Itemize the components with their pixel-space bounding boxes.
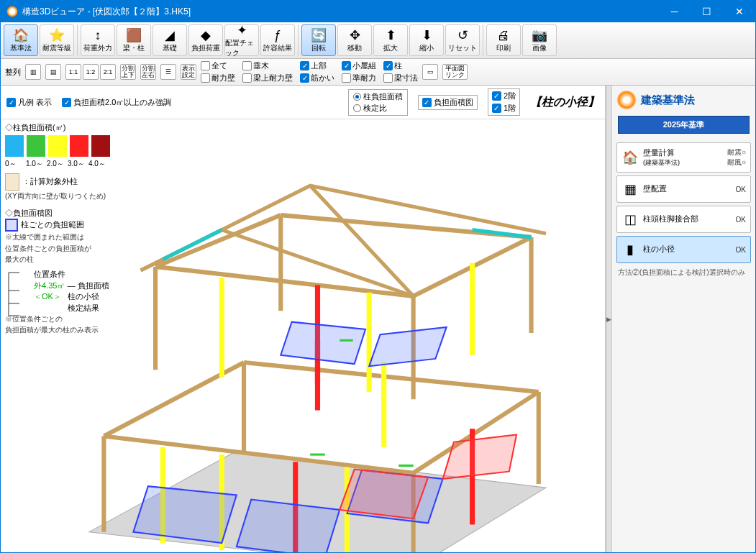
ratio-1:1[interactable]: 1:1 [65, 64, 81, 80]
check-筋かい[interactable] [300, 73, 309, 83]
toolbar-回転[interactable]: 🔄回転 [301, 24, 336, 56]
floor-1階[interactable] [492, 104, 501, 113]
sidebar-item-壁量計算[interactable]: 🏠 壁量計算(建築基準法) 耐震○ 耐風○ [616, 142, 751, 173]
align-stack-icon[interactable]: ▤ [45, 64, 61, 80]
sidebar-item-柱の小径[interactable]: ▮ 柱の小径 OK [616, 236, 751, 263]
toolbar-移動[interactable]: ✥移動 [337, 24, 372, 56]
maximize-button[interactable]: ☐ [691, 1, 723, 22]
toolbar-梁・柱[interactable]: 🟫梁・柱 [117, 24, 151, 56]
display-settings-button[interactable]: 表示 設定 [181, 64, 196, 80]
耐震等級-icon: ⭐ [49, 27, 65, 43]
sidebar-collapse-handle[interactable]: ▶ [606, 86, 611, 552]
plan-link-button[interactable]: 平面図 リンク [442, 64, 468, 80]
画像-icon: 📷 [532, 27, 547, 43]
sub-options-bar: 凡例 表示 負担面積2.0㎡以上のみ強調 柱負担面積検定比 負担面積図 2階1階… [1, 86, 605, 119]
color-swatch-0 [5, 135, 24, 157]
legend-panel: ◇柱負担面積(㎡) 0～1.0～2.0～3.0～4.0～ ：計算対象外柱 (XY… [5, 122, 149, 336]
area-diagram-checkbox[interactable] [422, 98, 432, 107]
負担荷重-icon: ◆ [198, 27, 214, 43]
mode-radio-group: 柱負担面積検定比 [348, 89, 408, 116]
plan-link-icon[interactable]: ▭ [422, 64, 438, 80]
toolbar-画像[interactable]: 📷画像 [522, 24, 557, 56]
radio-検定比[interactable]: 検定比 [353, 103, 403, 114]
toolbar-縮小[interactable]: ⬇縮小 [409, 24, 444, 56]
svg-marker-16 [133, 486, 236, 543]
legend-lines-icon [5, 269, 34, 319]
minimize-button[interactable]: ─ [658, 1, 691, 22]
toolbar-印刷[interactable]: 🖨印刷 [486, 24, 521, 56]
toolbar-配置チェック[interactable]: ✦配置チェック [224, 24, 259, 56]
リセット-icon: ↺ [455, 27, 470, 43]
section-title: 【柱の小径】 [530, 95, 599, 110]
titlebar: 構造3Dビューア - [伏図次郎【２階】3.HK5] ─ ☐ ✕ [1, 1, 755, 22]
color-swatch-3 [70, 135, 88, 157]
check-耐力壁[interactable] [201, 73, 210, 83]
荷重外力-icon: ↕ [90, 27, 106, 43]
main-toolbar: 🏠基準法⭐耐震等級↕荷重外力🟫梁・柱◢基礎◆負担荷重✦配置チェックƒ許容結果🔄回… [1, 22, 755, 59]
toolbar-基礎[interactable]: ◢基礎 [152, 24, 187, 56]
toolbar-リセット[interactable]: ↺リセット [445, 24, 480, 56]
options-bar: 整列 ▥ ▤ 1:11:22:1 分割 上下 分割 左右 ☰ 表示 設定 全て垂… [1, 59, 755, 86]
legend-header: ◇柱負担面積(㎡) [5, 122, 149, 133]
split-ud-button[interactable]: 分割 上下 [120, 64, 136, 80]
check-垂木[interactable] [242, 61, 252, 70]
viewport[interactable]: ◇柱負担面積(㎡) 0～1.0～2.0～3.0～4.0～ ：計算対象外柱 (XY… [1, 119, 605, 552]
toolbar-許容結果[interactable]: ƒ許容結果 [260, 24, 295, 56]
svg-marker-35 [369, 327, 447, 366]
ratio-1:2[interactable]: 1:2 [83, 64, 99, 80]
display-list-icon[interactable]: ☰ [160, 64, 176, 80]
color-swatch-2 [48, 135, 67, 157]
legend-show-checkbox[interactable] [6, 98, 16, 107]
壁量計算-icon: 🏠 [621, 149, 639, 166]
toolbar-負担荷重[interactable]: ◆負担荷重 [188, 24, 223, 56]
sidebar: 建築基準法 2025年基準 🏠 壁量計算(建築基準法) 耐震○ 耐風○▦ 壁配置… [611, 86, 755, 552]
align-grid-icon[interactable]: ▥ [25, 64, 41, 80]
check-梁上耐力壁[interactable] [242, 73, 252, 83]
align-label: 整列 [5, 67, 21, 78]
回転-icon: 🔄 [311, 27, 327, 43]
toolbar-基準法[interactable]: 🏠基準法 [4, 24, 38, 56]
基準法-icon: 🏠 [13, 27, 29, 43]
close-button[interactable]: ✕ [723, 1, 755, 22]
main-panel: 凡例 表示 負担面積2.0㎡以上のみ強調 柱負担面積検定比 負担面積図 2階1階… [1, 86, 606, 552]
svg-marker-34 [281, 322, 365, 364]
color-swatch-1 [27, 135, 45, 157]
ratio-2:1[interactable]: 2:1 [100, 64, 116, 80]
toolbar-耐震等級[interactable]: ⭐耐震等級 [40, 24, 74, 56]
拡大-icon: ⬆ [383, 27, 399, 43]
基礎-icon: ◢ [162, 27, 178, 43]
svg-marker-20 [443, 434, 516, 478]
sidebar-note: 方法②(負担面積による検討)選択時のみ [612, 266, 755, 279]
color-swatch-4 [91, 135, 110, 157]
area-diagram-header: ◇負担面積図 [5, 208, 149, 219]
svg-marker-19 [340, 470, 428, 519]
toolbar-荷重外力[interactable]: ↕荷重外力 [81, 24, 115, 56]
sidebar-item-柱頭柱脚接合部[interactable]: ◫ 柱頭柱脚接合部 OK [616, 206, 751, 233]
check-上部[interactable] [300, 61, 309, 70]
check-準耐力[interactable] [342, 73, 351, 83]
excluded-column-icon [5, 173, 19, 191]
柱頭柱脚接合部-icon: ◫ [621, 211, 639, 228]
split-lr-button[interactable]: 分割 左右 [140, 64, 156, 80]
印刷-icon: 🖨 [496, 27, 511, 43]
壁配置-icon: ▦ [621, 180, 639, 198]
check-梁寸法[interactable] [383, 73, 393, 83]
配置チェック-icon: ✦ [234, 22, 250, 38]
許容結果-icon: ƒ [270, 27, 286, 43]
floor-2階[interactable] [492, 91, 501, 101]
移動-icon: ✥ [347, 27, 363, 43]
check-全て[interactable] [201, 61, 210, 70]
svg-marker-17 [237, 500, 340, 552]
window-title: 構造3Dビューア - [伏図次郎【２階】3.HK5] [22, 6, 658, 18]
law-icon [616, 90, 637, 110]
sidebar-item-壁配置[interactable]: ▦ 壁配置 OK [616, 175, 751, 203]
check-小屋組[interactable] [342, 61, 351, 70]
radio-柱負担面積[interactable]: 柱負担面積 [353, 91, 403, 102]
sidebar-header: 建築基準法 [612, 86, 755, 114]
check-柱[interactable] [383, 61, 393, 70]
toolbar-拡大[interactable]: ⬆拡大 [373, 24, 408, 56]
year-standard-button[interactable]: 2025年基準 [618, 116, 750, 134]
svg-line-7 [244, 362, 539, 392]
svg-line-28 [155, 215, 281, 267]
emphasis-checkbox[interactable] [62, 98, 71, 107]
